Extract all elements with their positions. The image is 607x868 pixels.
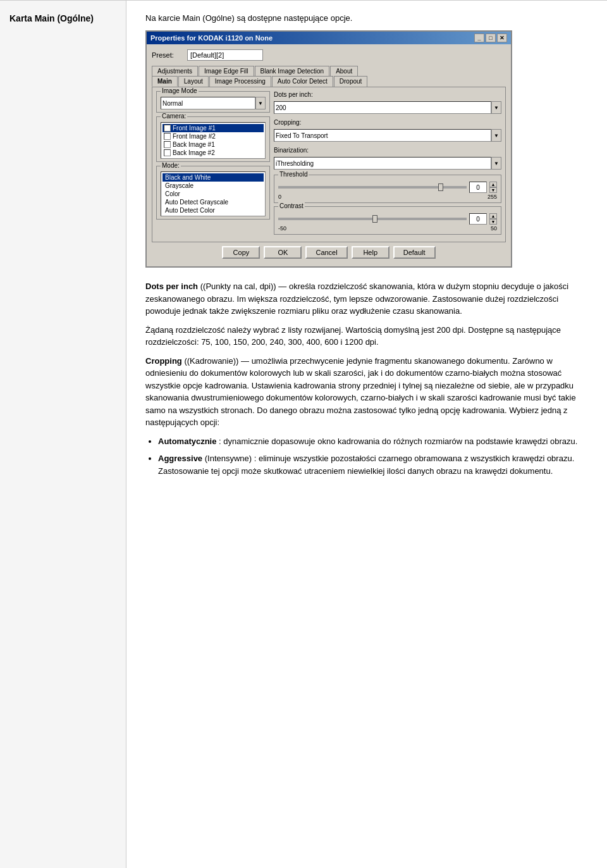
cropping-arrow[interactable]: ▼ [491, 129, 501, 142]
camera-check-front1[interactable] [164, 125, 171, 132]
threshold-max: 255 [487, 194, 497, 200]
camera-item-front1[interactable]: Front Image #1 [162, 124, 264, 132]
binarization-label: Binarization: [274, 147, 309, 154]
camera-item-front2[interactable]: Front Image #2 [162, 132, 264, 140]
bullet-list: Automatycznie : dynamicznie dopasowuje o… [158, 435, 588, 478]
properties-dialog: Properties for KODAK i1120 on None _ □ ✕… [145, 30, 512, 268]
cropping-paragraph: Cropping ((Kadrowanie)) — umożliwia prze… [145, 355, 588, 429]
minimize-button[interactable]: _ [474, 34, 484, 42]
tab-main[interactable]: Main [152, 76, 178, 87]
mode-group: Mode: Black and White Grayscale Color Au… [156, 166, 270, 220]
section-title: Karta Main (Ogólne) [9, 13, 116, 23]
default-button[interactable]: Default [393, 246, 436, 259]
contrast-spin-up[interactable]: ▲ [489, 213, 497, 219]
mode-item-auto-grayscale[interactable]: Auto Detect Grayscale [162, 198, 264, 206]
dpi-paragraph: Dots per inch ((Punkty na cal, dpi)) — o… [145, 280, 588, 318]
binarization-select[interactable]: iThresholding [274, 157, 491, 170]
camera-group: Camera: Front Image #1 [156, 116, 270, 162]
threshold-spin-up[interactable]: ▲ [489, 182, 497, 187]
mode-list: Black and White Grayscale Color Auto Det… [161, 171, 266, 216]
binarization-arrow[interactable]: ▼ [491, 157, 501, 170]
help-button[interactable]: Help [352, 246, 389, 259]
camera-label: Camera: [161, 113, 187, 120]
tab-adjustments[interactable]: Adjustments [152, 66, 198, 76]
camera-item-back2[interactable]: Back Image #2 [162, 149, 264, 157]
content-body: Dots per inch ((Punkty na cal, dpi)) — o… [145, 280, 588, 477]
binarization-row-label: Binarization: [274, 147, 501, 154]
tab-content-main: Image Mode Normal ▼ [152, 87, 506, 242]
contrast-spin-down[interactable]: ▼ [489, 219, 497, 225]
contrast-max: 50 [491, 225, 497, 232]
tab-layout[interactable]: Layout [178, 76, 209, 87]
contrast-group: Contrast 0 ▲ [274, 206, 501, 235]
tab-image-edge-fill[interactable]: Image Edge Fill [199, 66, 254, 76]
tab-auto-color-detect[interactable]: Auto Color Detect [272, 76, 333, 87]
image-mode-arrow[interactable]: ▼ [255, 97, 266, 109]
mode-item-bw[interactable]: Black and White [162, 173, 264, 182]
dpi-label: Dots per inch: [274, 91, 313, 98]
cropping-row-label: Cropping: [274, 119, 501, 126]
tabs-row1: Adjustments Image Edge Fill Blank Image … [152, 66, 506, 76]
dialog-title: Properties for KODAK i1120 on None [150, 34, 273, 42]
contrast-value: 0 [469, 213, 487, 225]
bullet-automatycznie: Automatycznie : dynamicznie dopasowuje o… [158, 435, 588, 448]
contrast-min: -50 [278, 225, 286, 232]
image-mode-group: Image Mode Normal ▼ [156, 91, 270, 113]
dialog-buttons: Copy OK Cancel Help Default [152, 242, 506, 261]
threshold-spin-down[interactable]: ▼ [489, 187, 497, 193]
threshold-min: 0 [278, 194, 281, 200]
tabs-row2: Main Layout Image Processing Auto Color … [152, 76, 506, 87]
cropping-term-pl: ((Kadrowanie)) [184, 356, 238, 366]
intro-text: Na karcie Main (Ogólne) są dostępne nast… [145, 13, 588, 23]
image-mode-select[interactable]: Normal [161, 97, 255, 109]
camera-list: Front Image #1 Front Image #2 [161, 122, 266, 159]
threshold-group: Threshold 0 ▲ [274, 175, 501, 203]
camera-check-back1[interactable] [164, 141, 171, 148]
dialog-titlebar: Properties for KODAK i1120 on None _ □ ✕ [147, 32, 511, 44]
cancel-button[interactable]: Cancel [305, 246, 347, 259]
mode-item-color[interactable]: Color [162, 190, 264, 198]
mode-item-auto-color[interactable]: Auto Detect Color [162, 206, 264, 214]
dpi-arrow[interactable]: ▼ [491, 101, 501, 114]
bullet-aggressive: Aggressive (Intensywne) : eliminuje wszy… [158, 452, 588, 477]
image-mode-label: Image Mode [161, 87, 199, 94]
dpi-paragraph2: Żądaną rozdzielczość należy wybrać z lis… [145, 324, 588, 349]
close-button[interactable]: ✕ [497, 34, 507, 42]
bullet2-term: Aggressive [158, 454, 202, 463]
camera-item-back1[interactable]: Back Image #1 [162, 140, 264, 149]
bullet1-text: : dynamicznie dopasowuje okno kadrowania… [219, 437, 577, 446]
camera-check-front2[interactable] [164, 133, 171, 140]
mode-item-grayscale[interactable]: Grayscale [162, 182, 264, 190]
mode-label: Mode: [161, 162, 181, 169]
camera-check-back2[interactable] [164, 149, 171, 156]
cropping-label: Cropping: [274, 119, 301, 126]
dpi-row: Dots per inch: [274, 91, 501, 98]
threshold-track[interactable] [278, 186, 467, 189]
tab-dropout[interactable]: Dropout [334, 76, 368, 87]
contrast-track[interactable] [278, 218, 467, 220]
ok-button[interactable]: OK [264, 246, 302, 259]
threshold-value: 0 [469, 182, 487, 193]
contrast-label: Contrast [278, 202, 305, 209]
preset-label: Preset: [152, 51, 183, 59]
tab-blank-image-detection[interactable]: Blank Image Detection [255, 66, 330, 76]
dpi-select[interactable]: 200 [274, 101, 491, 114]
cropping-term: Cropping [145, 356, 182, 366]
cropping-select[interactable]: Fixed To Transport [274, 129, 491, 142]
cropping-text: — umożliwia przechwycenie jedynie fragme… [145, 356, 576, 428]
dpi-term-pl: ((Punkty na cal, dpi)) [200, 282, 276, 291]
tab-image-processing[interactable]: Image Processing [209, 76, 271, 87]
bullet2-term-pl: (Intensywne) [205, 454, 252, 463]
tab-about[interactable]: About [330, 66, 358, 76]
copy-button[interactable]: Copy [222, 246, 260, 259]
bullet1-term: Automatycznie [158, 437, 216, 446]
maximize-button[interactable]: □ [486, 34, 496, 42]
dpi-term: Dots per inch [145, 282, 198, 291]
threshold-label: Threshold [278, 171, 309, 178]
preset-value: [Default][2] [187, 49, 263, 61]
